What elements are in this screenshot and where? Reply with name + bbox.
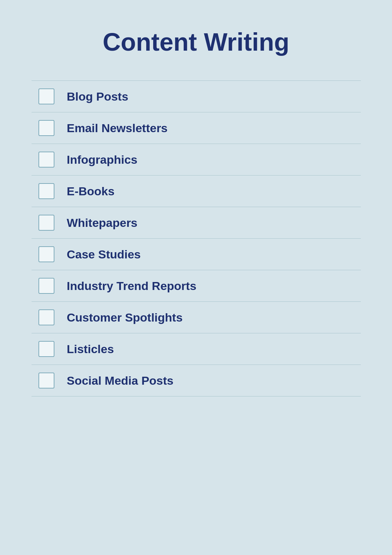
item-label-industry-trend-reports: Industry Trend Reports — [67, 279, 197, 293]
checklist-item-listicles: Listicles — [32, 333, 361, 365]
checkbox-whitepapers[interactable] — [38, 215, 54, 231]
checkbox-social-media-posts[interactable] — [38, 373, 54, 388]
item-label-social-media-posts: Social Media Posts — [67, 374, 174, 387]
item-label-blog-posts: Blog Posts — [67, 90, 129, 103]
checklist-item-email-newsletters: Email Newsletters — [32, 112, 361, 144]
checkbox-infographics[interactable] — [38, 152, 54, 168]
checkbox-industry-trend-reports[interactable] — [38, 278, 54, 294]
checklist-item-case-studies: Case Studies — [32, 239, 361, 270]
item-label-customer-spotlights: Customer Spotlights — [67, 311, 183, 324]
item-label-whitepapers: Whitepapers — [67, 216, 138, 230]
checklist-item-whitepapers: Whitepapers — [32, 207, 361, 239]
checklist: Blog PostsEmail NewslettersInfographicsE… — [32, 80, 361, 396]
page-title: Content Writing — [103, 28, 289, 56]
item-label-listicles: Listicles — [67, 342, 114, 356]
item-label-email-newsletters: Email Newsletters — [67, 121, 168, 135]
checklist-item-infographics: Infographics — [32, 144, 361, 176]
checklist-item-social-media-posts: Social Media Posts — [32, 365, 361, 396]
checkbox-listicles[interactable] — [38, 341, 54, 357]
checkbox-customer-spotlights[interactable] — [38, 309, 54, 325]
checklist-item-blog-posts: Blog Posts — [32, 80, 361, 112]
checkbox-case-studies[interactable] — [38, 246, 54, 262]
checkbox-email-newsletters[interactable] — [38, 120, 54, 136]
checklist-item-industry-trend-reports: Industry Trend Reports — [32, 270, 361, 302]
checkbox-blog-posts[interactable] — [38, 88, 54, 104]
item-label-e-books: E-Books — [67, 185, 115, 198]
checklist-item-e-books: E-Books — [32, 176, 361, 207]
item-label-case-studies: Case Studies — [67, 248, 141, 261]
checklist-item-customer-spotlights: Customer Spotlights — [32, 302, 361, 333]
item-label-infographics: Infographics — [67, 153, 138, 166]
page-container: Content Writing Blog PostsEmail Newslett… — [0, 0, 392, 555]
checkbox-e-books[interactable] — [38, 183, 54, 199]
